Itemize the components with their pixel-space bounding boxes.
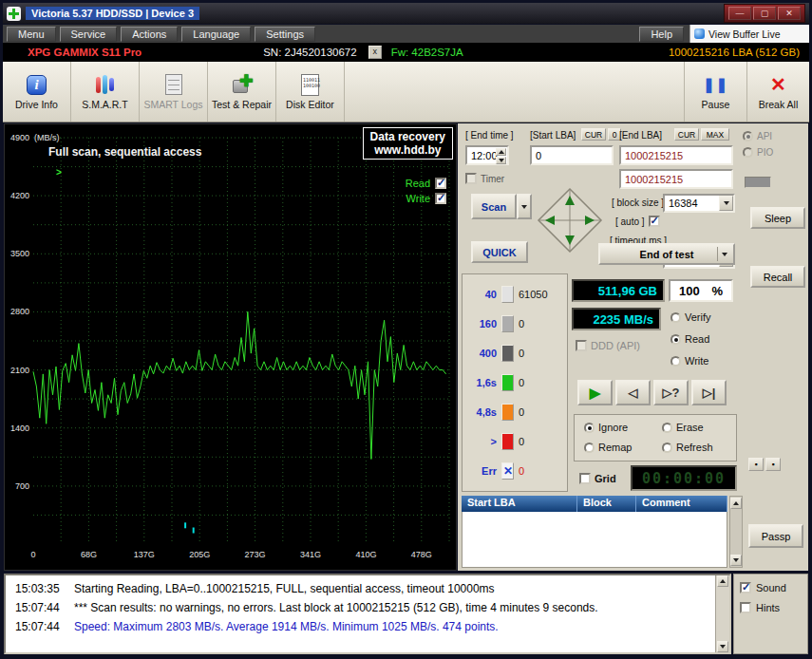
read-radio[interactable] [670,334,681,345]
read-checkbox[interactable] [435,178,446,189]
end-of-test-drop-icon[interactable] [717,247,731,261]
smart-logs-button[interactable]: SMART Logs [140,62,208,122]
log-scroll-up-icon[interactable] [717,575,728,587]
write-checkbox[interactable] [435,193,446,204]
sound-toggle[interactable]: Sound [740,582,802,593]
refresh-option[interactable]: Refresh [662,442,713,453]
timer-checkbox[interactable] [465,173,477,184]
block-size-combo[interactable]: 16384 [663,194,735,213]
play-button[interactable]: ▶ [577,380,613,405]
end-lba-field[interactable]: 1000215215 [619,145,733,165]
end-lba-cur-button[interactable]: CUR [674,128,699,141]
ddd-checkbox[interactable] [576,340,587,351]
end-lba-max-button[interactable]: MAX [701,128,729,141]
graph-title: Full scan, sequential access [48,145,201,159]
disabled-indicator [745,177,771,188]
remap-option[interactable]: Remap [584,442,632,453]
read-option[interactable]: Read [670,333,709,345]
quick-button[interactable]: QUICK [471,241,528,263]
menu-item-settings[interactable]: Settings [255,27,315,42]
defect-table-scrollbar[interactable] [729,496,743,568]
api-radio[interactable] [743,131,753,141]
pio-radio[interactable] [743,147,753,158]
latency-chip-4-8s [501,404,514,421]
end-time-field[interactable]: 12:00 [465,145,509,165]
erase-radio[interactable] [662,423,672,433]
passp-button[interactable]: Passp [748,524,803,548]
start-lba-cur-button[interactable]: CUR [581,128,606,141]
svg-text:2800: 2800 [10,307,29,316]
graph-legend: Read Write [406,178,446,208]
scroll-up-icon[interactable] [730,498,742,509]
disk-editor-button[interactable]: 110011 100100 Disk Editor [276,62,345,122]
block-size-drop-icon[interactable] [719,196,733,211]
grid-checkbox[interactable] [579,473,591,484]
options-panel: Sound Hints [733,574,808,654]
stat-row: 1600 [466,312,563,335]
transport-controls: ▶ ◁ ▷? ▷| [577,380,727,405]
mini-button-1[interactable]: ▪ [748,458,764,471]
grid-toggle[interactable]: Grid [579,473,616,484]
smart-button[interactable]: S.M.A.R.T [71,62,140,122]
seek-button[interactable]: ▷? [653,380,689,405]
menu-item-menu[interactable]: Menu [7,27,56,42]
go-end-button[interactable]: ▷| [691,380,727,405]
remap-radio[interactable] [584,442,595,453]
col-start-lba: Start LBA [462,496,577,512]
view-buffer-live[interactable]: View Buffer Live [689,25,809,43]
recall-button[interactable]: Recall [750,266,805,288]
jog-pad[interactable] [536,186,604,254]
window-controls: — ▢ ✕ [724,4,805,23]
defect-table-body [462,512,727,568]
ddd-toggle[interactable]: DDD (API) [576,340,640,351]
minimize-button[interactable]: — [728,7,751,20]
time-up-button[interactable] [496,148,506,156]
auto-toggle[interactable]: [ auto ] [615,216,660,227]
menu-item-help[interactable]: Help [639,27,684,42]
pause-icon: ❚❚ [703,76,728,93]
sound-checkbox[interactable] [740,582,751,593]
verify-radio[interactable] [670,312,681,323]
mini-button-2[interactable]: ▪ [765,458,781,471]
verify-option[interactable]: Verify [670,311,711,323]
api-option[interactable]: API [743,131,772,141]
close-button[interactable]: ✕ [778,7,801,20]
menu-item-service[interactable]: Service [60,27,118,42]
menu-bar: Menu Service Actions Language Settings H… [3,25,809,43]
log-scroll-down-icon[interactable] [717,641,728,652]
end-lba-field-2[interactable]: 1000215215 [619,169,733,189]
write-option[interactable]: Write [670,355,708,367]
erase-option[interactable]: Erase [662,422,704,433]
menu-item-language[interactable]: Language [181,27,251,42]
scroll-down-icon[interactable] [730,555,742,566]
pause-button[interactable]: ❚❚ Pause [684,62,746,122]
drive-capacity: 1000215216 LBA (512 GB) [669,47,800,58]
scan-dropdown-button[interactable] [517,194,532,219]
menu-item-actions[interactable]: Actions [121,27,178,42]
step-back-button[interactable]: ◁ [615,380,651,405]
ignore-radio[interactable] [584,423,595,433]
sleep-button[interactable]: Sleep [750,207,805,229]
auto-checkbox[interactable] [649,216,660,227]
drive-info-button[interactable]: i Drive Info [3,62,71,122]
timer-toggle[interactable]: Timer [465,173,504,184]
app-icon [7,7,21,21]
log-scrollbar[interactable] [715,575,729,652]
view-buffer-live-label: View Buffer Live [708,28,781,40]
time-down-button[interactable] [496,157,506,164]
maximize-button[interactable]: ▢ [753,7,776,20]
start-lba-field[interactable]: 0 [530,145,614,165]
test-repair-button[interactable]: Test & Repair [208,62,276,122]
scan-button[interactable]: Scan [471,194,517,219]
end-of-test-combo[interactable]: End of test [598,243,735,265]
break-all-button[interactable]: ✕ Break All [746,62,809,122]
hints-toggle[interactable]: Hints [740,602,802,613]
col-block: Block [577,496,636,512]
block-size-label: [ block size ] [612,198,664,208]
hints-checkbox[interactable] [740,602,751,613]
ignore-option[interactable]: Ignore [584,422,628,433]
infobar-close-button[interactable]: x [368,46,382,59]
write-radio[interactable] [670,356,681,367]
refresh-radio[interactable] [662,442,672,453]
pio-option[interactable]: PIO [743,147,773,158]
